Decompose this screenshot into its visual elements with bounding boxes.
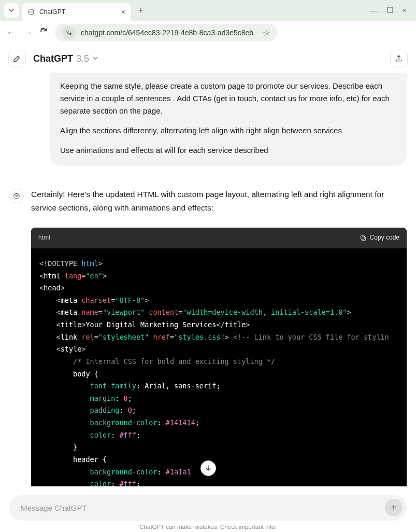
svg-rect-5	[362, 237, 365, 241]
site-info-icon[interactable]	[62, 26, 76, 39]
openai-icon	[12, 192, 21, 200]
copy-code-label: Copy code	[370, 233, 399, 243]
model-selector[interactable]: ChatGPT 3.5	[33, 53, 98, 64]
chevron-down-icon	[8, 7, 15, 13]
favicon-icon	[27, 8, 35, 16]
scroll-to-bottom-button[interactable]	[200, 460, 216, 476]
share-button[interactable]	[390, 50, 408, 67]
assistant-avatar	[9, 189, 24, 203]
tab-close-button[interactable]: ×	[121, 8, 125, 16]
forward-button[interactable]: →	[23, 27, 32, 38]
conversation: Keeping the same style, please create a …	[0, 73, 416, 486]
close-window-button[interactable]: ×	[403, 6, 407, 15]
code-header: html Copy code	[31, 228, 407, 248]
message-input[interactable]	[21, 503, 385, 512]
code-block: html Copy code <!DOCTYPE html> <html lan…	[31, 228, 407, 486]
reload-button[interactable]	[39, 27, 48, 38]
svg-rect-1	[388, 7, 393, 12]
code-language-label: html	[38, 233, 50, 243]
browser-tab-strip: ChatGPT × + — ×	[0, 0, 416, 21]
composer[interactable]	[9, 495, 407, 521]
footer-disclaimer: ChatGPT can make mistakes. Check importa…	[0, 524, 416, 530]
arrow-down-icon	[204, 464, 212, 472]
copy-icon	[360, 234, 367, 242]
svg-rect-6	[361, 235, 364, 239]
code-body[interactable]: <!DOCTYPE html> <html lang="en"> <head> …	[31, 248, 407, 486]
user-text: Use animations and effects at will for e…	[60, 144, 396, 157]
svg-rect-2	[66, 31, 68, 32]
upload-icon	[395, 54, 403, 63]
user-text: Align the sections differently, alternat…	[60, 124, 396, 137]
browser-toolbar: ← → chatgpt.com/c/6454ec83-2219-4e8b-8ca…	[0, 21, 416, 45]
page-content: ChatGPT 3.5 Keeping the same style, plea…	[0, 45, 416, 532]
app-header: ChatGPT 3.5	[0, 45, 416, 73]
compose-icon	[12, 54, 22, 63]
model-version: 3.5	[76, 53, 89, 64]
minimize-button[interactable]: —	[370, 6, 378, 15]
tab-title: ChatGPT	[39, 8, 117, 16]
user-message: Keeping the same style, please create a …	[50, 73, 407, 166]
assistant-body: Certainly! Here's the updated HTML with …	[31, 188, 407, 486]
composer-area	[9, 495, 407, 521]
address-bar[interactable]: chatgpt.com/c/6454ec83-2219-4e8b-8ca3-ad…	[55, 24, 277, 41]
url-text: chatgpt.com/c/6454ec83-2219-4e8b-8ca3-ad…	[81, 29, 253, 37]
new-tab-button[interactable]: +	[134, 3, 148, 18]
maximize-button[interactable]	[387, 6, 393, 15]
copy-code-button[interactable]: Copy code	[360, 233, 399, 243]
browser-tab[interactable]: ChatGPT ×	[22, 3, 131, 21]
bookmark-button[interactable]: ☆	[263, 28, 270, 38]
back-button[interactable]: ←	[6, 27, 16, 38]
window-controls: — ×	[370, 6, 412, 15]
arrow-up-icon	[390, 503, 398, 512]
chevron-down-icon	[92, 55, 98, 63]
send-button[interactable]	[385, 499, 403, 516]
brand-name: ChatGPT	[33, 53, 73, 64]
assistant-message: Certainly! Here's the updated HTML with …	[9, 188, 407, 486]
user-text: Keeping the same style, please create a …	[60, 80, 396, 117]
new-chat-button[interactable]	[8, 50, 26, 67]
assistant-text: Certainly! Here's the updated HTML with …	[31, 188, 407, 214]
tab-search-button[interactable]	[4, 3, 19, 18]
